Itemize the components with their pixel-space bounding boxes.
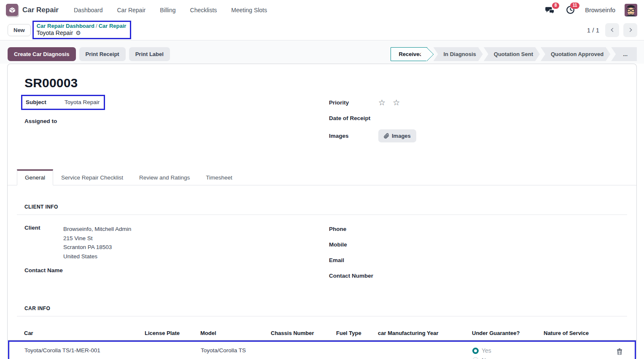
user-avatar[interactable] bbox=[625, 4, 637, 16]
menu-car-repair[interactable]: Car Repair bbox=[117, 7, 146, 13]
car-info-divider bbox=[17, 316, 627, 316]
col-actions bbox=[607, 327, 624, 340]
messages-button[interactable]: 8 bbox=[544, 5, 555, 16]
col-fuel-type[interactable]: Fuel Type bbox=[336, 327, 378, 340]
car-info-title: CAR INFO bbox=[24, 305, 627, 311]
top-fields-left: Subject Toyota Repair Assigned to bbox=[17, 95, 329, 150]
activities-button[interactable]: 11 bbox=[565, 5, 576, 16]
cell-actions bbox=[607, 346, 623, 357]
print-receipt-button[interactable]: Print Receipt bbox=[79, 47, 126, 61]
cell-car[interactable]: Toyota/Corolla TS/1-MER-001 bbox=[24, 346, 145, 354]
client-info-section: CLIENT INFO Client Browseinfo, Mitchell … bbox=[17, 204, 627, 287]
top-navbar: Car Repair Dashboard Car Repair Billing … bbox=[0, 0, 644, 20]
menu-meeting-slots[interactable]: Meeting Slots bbox=[231, 7, 267, 13]
menu-billing[interactable]: Billing bbox=[160, 7, 175, 13]
stage-quotation-sent[interactable]: Quotation Sent bbox=[484, 47, 540, 61]
col-manufacturing-year[interactable]: car Manufacturing Year bbox=[378, 327, 472, 340]
cube-icon bbox=[8, 6, 16, 14]
cell-nature-of-service[interactable] bbox=[544, 346, 607, 347]
paperclip-icon bbox=[384, 133, 389, 139]
breadcrumb-annotation-box: Car Repair Dashboard/Car Repair Toyota R… bbox=[32, 21, 132, 39]
tab-service-repair-checklist[interactable]: Service Repair Checklist bbox=[53, 169, 131, 185]
cell-model[interactable]: Toyota/Corolla TS bbox=[201, 346, 271, 354]
cell-manufacturing-year[interactable] bbox=[378, 346, 472, 347]
phone-row: Phone bbox=[329, 225, 627, 233]
breadcrumb-link-dashboard[interactable]: Car Repair Dashboard bbox=[37, 23, 94, 29]
col-car[interactable]: Car bbox=[24, 327, 145, 340]
subject-field[interactable]: Toyota Repair bbox=[65, 99, 100, 105]
guarantee-no-label: No bbox=[482, 357, 489, 359]
client-info-divider bbox=[17, 214, 627, 215]
stage-received[interactable]: Received bbox=[391, 47, 427, 61]
contact-number-label: Contact Number bbox=[329, 273, 378, 279]
phone-label: Phone bbox=[329, 226, 378, 232]
avatar-image bbox=[625, 4, 637, 16]
notebook-tabs: General Service Repair Checklist Review … bbox=[8, 169, 636, 185]
menu-dashboard[interactable]: Dashboard bbox=[74, 7, 103, 13]
priority-stars[interactable]: ☆ ☆ bbox=[378, 99, 402, 107]
client-row: Client Browseinfo, Mitchell Admin 215 Vi… bbox=[24, 225, 329, 261]
chevron-right-icon bbox=[628, 27, 633, 33]
pager-previous-button[interactable] bbox=[605, 23, 619, 37]
cell-fuel-type[interactable] bbox=[337, 346, 378, 347]
images-row: Images Images bbox=[329, 129, 627, 142]
assigned-to-label: Assigned to bbox=[24, 118, 57, 124]
breadcrumb-bar: New Car Repair Dashboard/Car Repair Toyo… bbox=[0, 20, 644, 40]
car-row-annotation-box: Toyota/Corolla TS/1-MER-001 Toyota/Corol… bbox=[8, 340, 636, 359]
images-attach-button[interactable]: Images bbox=[378, 129, 416, 142]
images-button-label: Images bbox=[392, 133, 411, 139]
car-info-section: CAR INFO Car License Plate Model Chassis… bbox=[17, 305, 627, 359]
guarantee-no-option[interactable]: No bbox=[472, 357, 544, 359]
email-row: Email bbox=[329, 256, 627, 264]
col-chassis-number[interactable]: Chassis Number bbox=[271, 327, 336, 340]
assigned-to-row: Assigned to bbox=[24, 117, 329, 125]
contact-name-row: Contact Name bbox=[24, 267, 329, 273]
delete-row-button[interactable] bbox=[616, 347, 623, 357]
new-button[interactable]: New bbox=[8, 24, 31, 36]
client-name[interactable]: Browseinfo, Mitchell Admin bbox=[63, 225, 131, 234]
table-row[interactable]: Toyota/Corolla TS/1-MER-001 Toyota/Corol… bbox=[9, 342, 635, 359]
guarantee-yes-option[interactable]: Yes bbox=[472, 347, 544, 354]
cell-license-plate[interactable] bbox=[145, 346, 201, 347]
radio-unselected-icon[interactable] bbox=[472, 357, 479, 359]
stage-in-diagnosis[interactable]: In Diagnosis bbox=[434, 47, 483, 61]
date-of-receipt-row: Date of Receipt bbox=[329, 114, 627, 122]
tab-timesheet[interactable]: Timesheet bbox=[198, 169, 240, 185]
stage-quotation-approved[interactable]: Quotation Approved bbox=[541, 47, 610, 61]
chevron-left-icon bbox=[609, 27, 615, 33]
radio-selected-icon[interactable] bbox=[472, 348, 479, 354]
main-menu: Dashboard Car Repair Billing Checklists … bbox=[74, 7, 267, 13]
status-bar: Received In Diagnosis Quotation Sent Quo… bbox=[391, 47, 637, 61]
client-address-line2: Scranton PA 18503 bbox=[63, 243, 131, 252]
col-nature-of-service[interactable]: Nature of Service bbox=[544, 327, 607, 340]
menu-checklists[interactable]: Checklists bbox=[190, 7, 217, 13]
col-license-plate[interactable]: License Plate bbox=[145, 327, 200, 340]
contact-number-row: Contact Number bbox=[329, 271, 627, 280]
record-pager: 1 / 1 bbox=[587, 23, 637, 37]
car-lines-table: Car License Plate Model Chassis Number F… bbox=[8, 327, 636, 359]
app-logo-icon[interactable] bbox=[6, 4, 18, 16]
app-title[interactable]: Car Repair bbox=[22, 6, 59, 14]
trash-icon bbox=[617, 348, 622, 355]
stage-more[interactable]: ... bbox=[611, 47, 637, 61]
tab-general[interactable]: General bbox=[17, 169, 53, 185]
client-address-line3: United States bbox=[63, 252, 131, 261]
priority-row: Priority ☆ ☆ bbox=[329, 98, 627, 107]
cell-chassis-number[interactable] bbox=[271, 346, 337, 347]
settings-gear-icon[interactable]: ⚙ bbox=[75, 29, 81, 37]
print-label-button[interactable]: Print Label bbox=[129, 47, 170, 61]
client-info-left: Client Browseinfo, Mitchell Admin 215 Vi… bbox=[17, 225, 329, 287]
client-field[interactable]: Browseinfo, Mitchell Admin 215 Vine St S… bbox=[63, 225, 131, 261]
client-info-title: CLIENT INFO bbox=[24, 204, 627, 210]
top-fields-right: Priority ☆ ☆ Date of Receipt Images Imag… bbox=[329, 95, 627, 150]
form-sheet: SR00003 Subject Toyota Repair Assigned t… bbox=[7, 64, 637, 359]
user-name[interactable]: Browseinfo bbox=[585, 7, 615, 13]
col-model[interactable]: Model bbox=[200, 327, 271, 340]
breadcrumb-link-car-repair[interactable]: Car Repair bbox=[99, 23, 127, 29]
tab-review-and-ratings[interactable]: Review and Ratings bbox=[131, 169, 198, 185]
client-info-right: Phone Mobile Email Contact Number bbox=[329, 225, 627, 287]
contact-name-label: Contact Name bbox=[24, 267, 63, 273]
create-car-diagnosis-button[interactable]: Create Car Diagnosis bbox=[8, 47, 76, 61]
pager-next-button[interactable] bbox=[623, 23, 637, 37]
col-under-guarantee[interactable]: Under Guarantee? bbox=[472, 327, 544, 340]
